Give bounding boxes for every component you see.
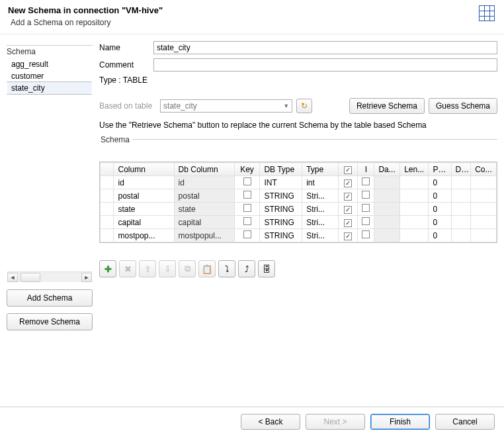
- checkbox-icon[interactable]: [362, 204, 370, 212]
- table-cell[interactable]: [358, 176, 374, 189]
- checkbox-icon[interactable]: [243, 217, 251, 225]
- grid-header[interactable]: Type: [302, 163, 339, 176]
- table-cell[interactable]: postal: [114, 189, 174, 203]
- checkbox-icon[interactable]: [362, 217, 370, 225]
- table-cell[interactable]: [234, 189, 260, 203]
- table-cell[interactable]: [451, 203, 471, 216]
- table-cell[interactable]: [101, 216, 114, 229]
- add-button[interactable]: ✚: [99, 260, 116, 277]
- table-cell[interactable]: mostpop...: [114, 229, 174, 242]
- checkbox-icon[interactable]: [344, 232, 352, 240]
- table-cell[interactable]: [451, 176, 471, 189]
- grid-header[interactable]: [338, 163, 358, 176]
- table-cell[interactable]: [338, 176, 358, 189]
- table-cell[interactable]: 0: [429, 176, 451, 189]
- based-on-combo[interactable]: state_city ▼: [160, 99, 292, 113]
- schema-grid[interactable]: ColumnDb ColumnKeyDB TypeTypeIDa...Len..…: [99, 162, 497, 243]
- table-cell[interactable]: [451, 216, 471, 229]
- table-cell[interactable]: [400, 176, 429, 189]
- table-cell[interactable]: [234, 216, 260, 229]
- cancel-button[interactable]: Cancel: [435, 414, 495, 430]
- comment-input[interactable]: [153, 58, 497, 72]
- table-cell[interactable]: [234, 176, 260, 189]
- table-cell[interactable]: [101, 176, 114, 189]
- table-cell[interactable]: [451, 229, 471, 242]
- table-cell[interactable]: [358, 229, 374, 242]
- checkbox-icon[interactable]: [362, 191, 370, 199]
- table-cell[interactable]: [400, 229, 429, 242]
- table-cell[interactable]: id: [114, 176, 174, 189]
- grid-header[interactable]: Co...: [471, 163, 497, 176]
- table-row[interactable]: capitalcapitalSTRINGStri...0: [101, 216, 497, 229]
- table-cell[interactable]: capital: [114, 216, 174, 229]
- table-row[interactable]: statestateSTRINGStri...0: [101, 203, 497, 216]
- table-cell[interactable]: [338, 189, 358, 203]
- table-cell[interactable]: Stri...: [302, 189, 339, 203]
- sidebar-item-state_city[interactable]: state_city: [7, 81, 93, 95]
- table-row[interactable]: ididINTint0: [101, 176, 497, 189]
- grid-header[interactable]: [101, 163, 114, 176]
- table-cell[interactable]: STRING: [260, 216, 302, 229]
- grid-header[interactable]: Column: [114, 163, 174, 176]
- table-row[interactable]: mostpop...mostpopul...STRINGStri...0: [101, 229, 497, 242]
- table-cell[interactable]: [234, 203, 260, 216]
- db-button[interactable]: 🗄: [258, 260, 275, 277]
- table-cell[interactable]: 0: [429, 229, 451, 242]
- table-cell[interactable]: postal: [174, 189, 234, 203]
- table-cell[interactable]: [400, 203, 429, 216]
- checkbox-icon[interactable]: [243, 191, 251, 199]
- grid-header[interactable]: D...: [451, 163, 471, 176]
- table-cell[interactable]: [338, 203, 358, 216]
- table-cell[interactable]: [374, 229, 400, 242]
- grid-header[interactable]: I: [358, 163, 374, 176]
- table-cell[interactable]: [374, 203, 400, 216]
- checkbox-icon[interactable]: [344, 206, 352, 214]
- guess-schema-button[interactable]: Guess Schema: [429, 98, 497, 114]
- table-cell[interactable]: [374, 176, 400, 189]
- table-cell[interactable]: [374, 216, 400, 229]
- table-cell[interactable]: STRING: [260, 203, 302, 216]
- table-cell[interactable]: 0: [429, 203, 451, 216]
- table-cell[interactable]: [471, 176, 497, 189]
- table-cell[interactable]: INT: [260, 176, 302, 189]
- grid-header[interactable]: DB Type: [260, 163, 302, 176]
- schema-list-scrollbar[interactable]: ◄ ►: [7, 271, 92, 282]
- back-button[interactable]: < Back: [241, 414, 300, 430]
- table-cell[interactable]: STRING: [260, 189, 302, 203]
- grid-header[interactable]: Len...: [400, 163, 429, 176]
- retrieve-schema-button[interactable]: Retrieve Schema: [349, 98, 425, 114]
- scroll-right-icon[interactable]: ►: [81, 273, 92, 282]
- table-cell[interactable]: [400, 216, 429, 229]
- table-row[interactable]: postalpostalSTRINGStri...0: [101, 189, 497, 203]
- table-cell[interactable]: [358, 216, 374, 229]
- grid-header[interactable]: Pr...: [429, 163, 451, 176]
- table-cell[interactable]: Stri...: [302, 216, 339, 229]
- import-button[interactable]: ⤵: [218, 260, 235, 277]
- table-cell[interactable]: int: [302, 176, 339, 189]
- table-cell[interactable]: state: [174, 203, 234, 216]
- checkbox-icon[interactable]: [243, 230, 251, 238]
- table-cell[interactable]: [338, 229, 358, 242]
- table-cell[interactable]: [338, 216, 358, 229]
- checkbox-icon[interactable]: [344, 179, 352, 187]
- scroll-thumb[interactable]: [21, 273, 40, 282]
- table-cell[interactable]: [101, 189, 114, 203]
- finish-button[interactable]: Finish: [370, 414, 430, 430]
- checkbox-icon[interactable]: [243, 204, 251, 212]
- sidebar-item-customer[interactable]: customer: [7, 70, 92, 82]
- checkbox-icon[interactable]: [243, 177, 251, 185]
- table-cell[interactable]: [374, 189, 400, 203]
- refresh-button[interactable]: ↻: [296, 99, 312, 113]
- grid-header[interactable]: Db Column: [174, 163, 234, 176]
- table-cell[interactable]: id: [174, 176, 234, 189]
- grid-header[interactable]: Key: [234, 163, 260, 176]
- table-cell[interactable]: 0: [429, 189, 451, 203]
- table-cell[interactable]: capital: [174, 216, 234, 229]
- remove-schema-button[interactable]: Remove Schema: [7, 313, 93, 330]
- table-cell[interactable]: [234, 229, 260, 242]
- table-cell[interactable]: Stri...: [302, 229, 339, 242]
- table-cell[interactable]: [471, 189, 497, 203]
- checkbox-icon[interactable]: [362, 177, 370, 185]
- table-cell[interactable]: STRING: [260, 229, 302, 242]
- table-cell[interactable]: [358, 189, 374, 203]
